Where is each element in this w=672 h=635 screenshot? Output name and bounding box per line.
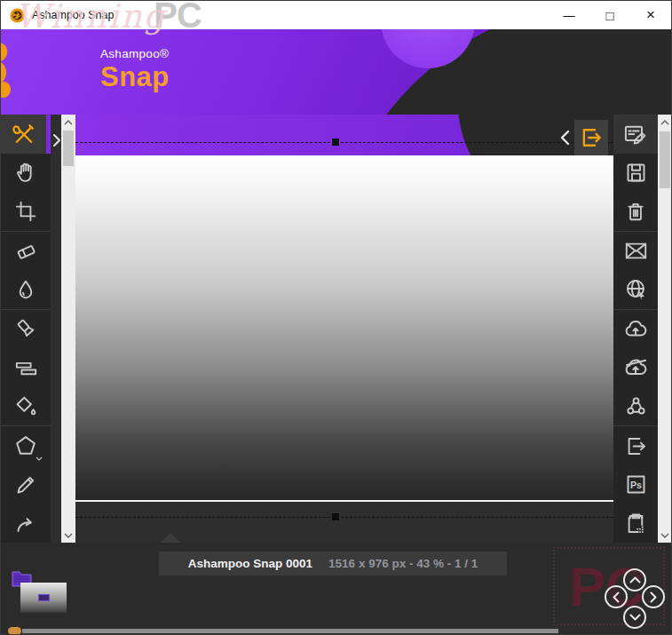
- fill-bucket-icon: [14, 394, 38, 418]
- save-icon: [624, 161, 648, 185]
- filmstrip-scroll-thumb[interactable]: [8, 627, 21, 635]
- mail-icon: [624, 239, 648, 263]
- header-dark-circle: [325, 29, 671, 115]
- cloud-upload-icon: [623, 317, 648, 342]
- panel-vscrollbar[interactable]: [658, 115, 672, 543]
- nav-up-button[interactable]: [623, 568, 646, 591]
- scroll-up-button[interactable]: [658, 115, 672, 130]
- document-meta: 1516 x 976 px - 43 % - 1 / 1: [328, 557, 478, 570]
- main-area: Ps: [1, 115, 671, 543]
- minimize-button[interactable]: —: [549, 1, 589, 29]
- window-title: Ashampoo Snap: [32, 9, 114, 21]
- nav-right-button[interactable]: [642, 585, 665, 608]
- svg-text:Ps: Ps: [629, 480, 641, 490]
- globe-icon: [624, 277, 648, 301]
- brand-name: Ashampoo®: [100, 47, 170, 60]
- chevron-up-icon: [660, 120, 669, 125]
- pencil-icon: [14, 472, 38, 496]
- action-delete[interactable]: [613, 192, 658, 231]
- titlebar: Ashampoo Snap — □ ×: [1, 1, 671, 29]
- scroll-up-button[interactable]: [61, 115, 75, 130]
- share-icon: [624, 394, 648, 418]
- shapes-bars-icon: [14, 356, 38, 380]
- close-button[interactable]: ×: [630, 1, 671, 29]
- tool-highlighter[interactable]: [1, 309, 51, 349]
- action-email[interactable]: [613, 231, 658, 271]
- nav-left-icon: [613, 591, 620, 603]
- selection-top-edge[interactable]: [75, 142, 613, 143]
- thumbnail-detail: [38, 594, 50, 601]
- status-pointer: [161, 533, 180, 543]
- canvas-corner-buttons: [555, 115, 613, 161]
- selection-bottom-edge[interactable]: [75, 517, 613, 518]
- trash-icon: [624, 200, 647, 223]
- document-name: Ashampoo Snap 0001: [188, 557, 312, 570]
- brand-product: Snap: [100, 61, 170, 93]
- capture-thumbnail[interactable]: [20, 583, 67, 613]
- highlighter-icon: [14, 317, 38, 341]
- chevron-right-icon: [52, 133, 61, 147]
- captured-image-header: [75, 115, 613, 155]
- export-orange-icon: [579, 125, 604, 150]
- action-save[interactable]: [613, 154, 658, 193]
- crop-icon: [14, 200, 37, 223]
- scroll-thumb[interactable]: [660, 131, 670, 188]
- tool-eraser[interactable]: [1, 231, 51, 271]
- nav-up-icon: [629, 576, 641, 583]
- filmstrip-hscrollbar[interactable]: [22, 629, 558, 633]
- quick-export-button[interactable]: [574, 120, 608, 155]
- ashampoo-flame-icon: [1, 42, 22, 100]
- status-bar: Ashampoo Snap 0001 1516 x 976 px - 43 % …: [159, 552, 507, 575]
- action-edit-note[interactable]: [613, 115, 658, 154]
- scroll-thumb[interactable]: [63, 131, 74, 166]
- action-cloud-sync[interactable]: [613, 348, 658, 387]
- chevron-down-icon: [64, 533, 73, 538]
- tool-polygon[interactable]: [1, 425, 51, 465]
- tool-pan[interactable]: [1, 154, 51, 193]
- scroll-down-button[interactable]: [61, 528, 75, 543]
- bottom-bar: Ashampoo Snap 0001 1516 x 976 px - 43 % …: [1, 543, 671, 635]
- photoshop-icon: Ps: [624, 472, 648, 496]
- action-share[interactable]: [613, 387, 658, 426]
- right-toolbar: Ps: [613, 115, 658, 543]
- cloud-sync-icon: [623, 355, 648, 380]
- clipboard-icon: [624, 512, 648, 536]
- pentagon-icon: [13, 433, 38, 458]
- nav-down-icon: [629, 614, 641, 621]
- curve-arrow-icon: [14, 512, 38, 536]
- tools-icon: [12, 122, 36, 147]
- editor-canvas[interactable]: [75, 115, 613, 543]
- maximize-button[interactable]: □: [589, 1, 630, 29]
- hand-icon: [14, 161, 38, 185]
- tool-curve-arrow[interactable]: [1, 504, 51, 543]
- nav-down-button[interactable]: [623, 606, 646, 629]
- scroll-down-button[interactable]: [658, 528, 672, 543]
- tool-shapes[interactable]: [1, 348, 51, 387]
- collapse-panel-button[interactable]: [555, 122, 574, 154]
- chevron-down-icon: [36, 456, 43, 461]
- left-toolbar: [1, 115, 51, 543]
- eraser-icon: [14, 239, 38, 263]
- tool-pencil[interactable]: [1, 465, 51, 504]
- tool-crop[interactable]: [1, 192, 51, 231]
- app-logo-icon: [10, 8, 25, 23]
- selection-handle-bottom[interactable]: [332, 513, 339, 520]
- nav-left-button[interactable]: [605, 585, 628, 608]
- captured-image: [75, 155, 613, 502]
- action-cloud-upload[interactable]: [613, 309, 658, 349]
- action-photoshop[interactable]: Ps: [613, 465, 658, 504]
- tool-blur[interactable]: [1, 270, 51, 309]
- chevron-down-icon: [660, 533, 669, 538]
- nav-right-icon: [650, 591, 657, 603]
- selection-handle-top[interactable]: [332, 139, 339, 146]
- canvas-vscrollbar[interactable]: [61, 115, 75, 543]
- app-header: Ashampoo® Snap: [1, 29, 671, 115]
- action-upload-web[interactable]: [613, 270, 658, 309]
- chevron-left-icon: [559, 130, 570, 146]
- tool-fill[interactable]: [1, 387, 51, 426]
- action-export[interactable]: [613, 425, 658, 465]
- droplet-icon: [14, 278, 37, 301]
- tool-tools[interactable]: [1, 115, 51, 154]
- action-clipboard[interactable]: [613, 504, 658, 543]
- chevron-up-icon: [64, 120, 73, 125]
